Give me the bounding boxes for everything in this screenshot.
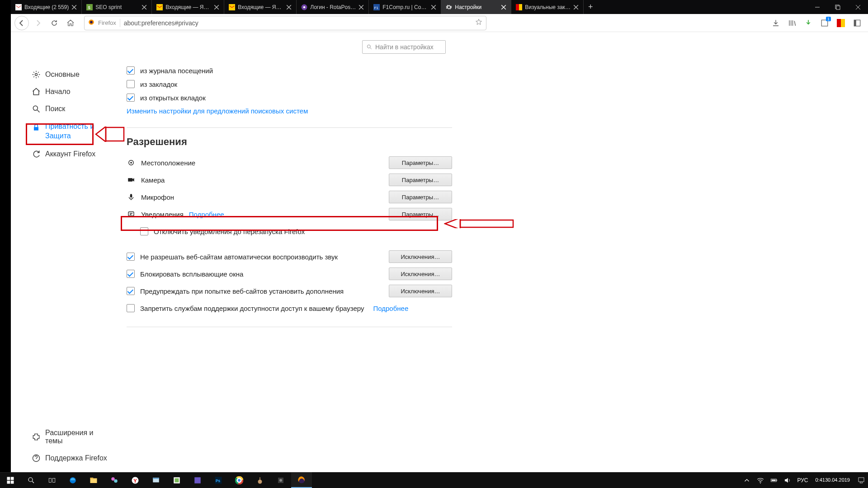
close-icon[interactable] — [431, 5, 436, 10]
tab-gmail[interactable]: Входящие (2 559) — [11, 0, 82, 14]
url-brand: Firefox — [98, 19, 116, 26]
tray-language[interactable]: РУС — [794, 472, 811, 488]
checkbox-icon — [140, 227, 148, 235]
svg-point-41 — [114, 479, 118, 483]
checkbox-addon-install-warning[interactable]: Предупреждать при попытке веб-сайтов уст… — [127, 282, 452, 300]
svg-text:Y: Y — [133, 478, 137, 483]
sidebar-item-privacy[interactable]: Приватность и Защита — [11, 117, 115, 145]
sidebar-item-extensions[interactable]: Расширения и темы — [11, 424, 115, 450]
notifications-settings-button[interactable]: Параметры… — [389, 208, 452, 221]
savefrom-button[interactable] — [801, 16, 816, 30]
tray-action-center-icon[interactable] — [854, 472, 868, 488]
library-button[interactable] — [785, 16, 799, 30]
search-button[interactable] — [21, 472, 42, 488]
accessibility-learn-more-link[interactable]: Подробнее — [373, 305, 408, 312]
notifications-learn-more-link[interactable]: Подробнее — [189, 211, 224, 218]
sidebar-item-sync[interactable]: Аккаунт Firefox — [11, 145, 115, 163]
close-icon[interactable] — [573, 5, 579, 10]
home-button[interactable] — [63, 16, 78, 30]
svg-rect-29 — [128, 212, 134, 216]
checkbox-label: Предупреждать при попытке веб-сайтов уст… — [140, 287, 344, 295]
tab-yandex-mail-2[interactable]: Входящие — Яндек — [224, 0, 297, 14]
close-icon[interactable] — [501, 5, 506, 10]
start-button[interactable] — [0, 472, 21, 488]
section-divider — [127, 327, 452, 327]
checkbox-block-accessibility[interactable]: Запретить службам поддержки доступности … — [127, 300, 452, 317]
taskbar-yandex-browser[interactable]: Y — [125, 472, 146, 488]
back-button[interactable] — [14, 16, 29, 30]
tray-battery-icon[interactable] — [767, 472, 781, 488]
close-window-button[interactable] — [848, 0, 868, 14]
checkbox-icon — [127, 80, 135, 88]
taskbar-photoshop[interactable]: Ps — [208, 472, 229, 488]
search-engines-settings-link[interactable]: Изменить настройки для предложений поиск… — [127, 107, 308, 115]
taskbar-chrome[interactable] — [229, 472, 250, 488]
tray-volume-icon[interactable] — [781, 472, 794, 488]
svg-rect-17 — [841, 19, 845, 27]
checkbox-icon — [127, 287, 135, 295]
checkbox-block-autoplay[interactable]: Не разрешать веб-сайтам автоматически во… — [127, 248, 452, 265]
reload-button[interactable] — [47, 16, 61, 30]
tab-f1comp[interactable]: F1 F1Comp.ru | Советы — [369, 0, 441, 14]
sidebar-item-search[interactable]: Поиск — [11, 100, 115, 117]
taskbar-edge[interactable] — [62, 472, 83, 488]
close-icon[interactable] — [71, 5, 77, 10]
sidebar-item-home[interactable]: Начало — [11, 83, 115, 100]
checkbox-opentabs[interactable]: из открытых вкладок — [127, 91, 452, 104]
new-tab-button[interactable]: + — [584, 0, 597, 14]
task-view-button[interactable] — [42, 472, 62, 488]
taskbar-app-5[interactable] — [250, 472, 270, 488]
bookmark-star-icon[interactable] — [475, 19, 482, 27]
taskbar-explorer[interactable] — [83, 472, 104, 488]
tab-seosprint[interactable]: $ SEO sprint — [82, 0, 152, 14]
checkbox-disable-notifications[interactable]: Отключить уведомления до перезапуска Fir… — [127, 223, 452, 240]
addons-exceptions-button[interactable]: Исключения… — [389, 285, 452, 297]
close-icon[interactable] — [359, 5, 364, 10]
location-settings-button[interactable]: Параметры… — [389, 156, 452, 169]
section-divider — [127, 127, 452, 128]
checkbox-label: Не разрешать веб-сайтам автоматически во… — [140, 253, 338, 261]
f1comp-icon: F1 — [373, 4, 380, 10]
svg-rect-35 — [49, 479, 51, 483]
svg-rect-48 — [194, 477, 201, 483]
sidebar-item-general[interactable]: Основные — [11, 66, 115, 83]
tray-wifi-icon[interactable] — [754, 472, 767, 488]
tab-rotapost[interactable]: Логин - RotaPost.ru — [297, 0, 369, 14]
taskbar-app-2[interactable] — [146, 472, 166, 488]
popups-exceptions-button[interactable]: Исключения… — [389, 267, 452, 280]
taskbar-app-6[interactable] — [270, 472, 291, 488]
downloads-button[interactable] — [769, 16, 783, 30]
close-icon[interactable] — [286, 5, 292, 10]
close-icon[interactable] — [214, 5, 219, 10]
checkbox-block-popups[interactable]: Блокировать всплывающие окна Исключения… — [127, 265, 452, 282]
maximize-button[interactable] — [827, 0, 848, 14]
sidebar-item-support[interactable]: Поддержка Firefox — [11, 450, 115, 467]
close-icon[interactable] — [142, 5, 147, 10]
tab-visual-bookmarks[interactable]: Визуальные заклад — [511, 0, 584, 14]
tray-clock[interactable]: 0:41 30.04.2019 — [811, 472, 854, 488]
svg-point-34 — [28, 478, 33, 482]
tab-yandex-mail-1[interactable]: Входящие — Яндек — [152, 0, 224, 14]
search-icon — [32, 104, 41, 113]
svg-rect-36 — [53, 479, 55, 483]
autoplay-exceptions-button[interactable]: Исключения… — [389, 250, 452, 263]
svg-text:$: $ — [88, 5, 91, 9]
taskbar-firefox[interactable] — [291, 472, 312, 488]
tray-chevron-up-icon[interactable] — [740, 472, 754, 488]
taskbar-app-1[interactable] — [104, 472, 125, 488]
yandex-extension-button[interactable] — [834, 16, 848, 30]
tab-settings[interactable]: Настройки — [441, 0, 511, 14]
camera-settings-button[interactable]: Параметры… — [389, 174, 452, 186]
extension-button[interactable] — [817, 16, 832, 30]
svg-rect-32 — [7, 481, 10, 484]
url-bar[interactable]: Firefox about:preferences#privacy — [84, 16, 486, 30]
minimize-button[interactable] — [807, 0, 827, 14]
microphone-settings-button[interactable]: Параметры… — [389, 191, 452, 203]
tab-title: Настройки — [455, 4, 498, 10]
taskbar-app-3[interactable] — [166, 472, 187, 488]
forward-button[interactable] — [31, 16, 45, 30]
sidebar-button[interactable] — [850, 16, 864, 30]
checkbox-history[interactable]: из журнала посещений — [127, 64, 452, 77]
taskbar-app-4[interactable] — [187, 472, 208, 488]
checkbox-bookmarks[interactable]: из закладок — [127, 77, 452, 91]
